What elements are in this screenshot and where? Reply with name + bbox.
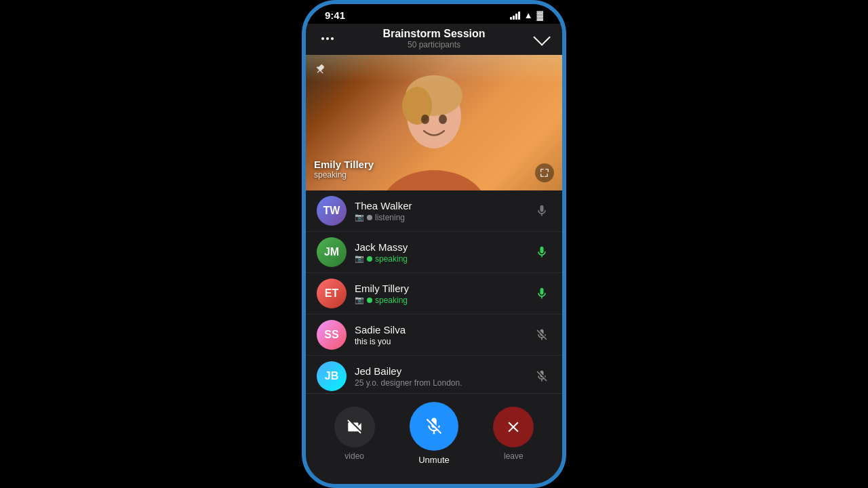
participant-status: 📷 speaking [355, 254, 524, 264]
header-center: Brainstorm Session 50 participants [382, 28, 485, 49]
more-options-button[interactable] [317, 28, 338, 49]
status-dot [367, 298, 372, 303]
video-speaker-label: Emily Tillery speaking [314, 159, 374, 180]
video-speaker-status: speaking [314, 170, 374, 180]
avatar: SS [317, 320, 347, 350]
camera-icon: 📷 [355, 213, 364, 222]
avatar-initials: JB [317, 361, 347, 391]
expand-icon [540, 168, 549, 178]
leave-button[interactable] [493, 407, 534, 447]
mic-button[interactable] [532, 243, 551, 262]
status-icons: ▲ ▓ [510, 10, 543, 20]
mic-icon [535, 204, 549, 218]
session-title: Brainstorm Session [382, 28, 485, 40]
participant-item[interactable]: ET Emily Tillery 📷 speaking [306, 273, 562, 314]
video-button-label: video [344, 451, 364, 461]
mute-button[interactable] [410, 402, 458, 451]
mic-button[interactable] [532, 201, 551, 220]
participant-info: Jed Bailey 25 y.o. designer from London. [355, 365, 524, 388]
camera-icon: 📷 [355, 296, 364, 304]
status-text: listening [375, 213, 405, 222]
mute-button-label: Unmute [418, 455, 450, 465]
collapse-button[interactable] [530, 28, 551, 49]
svg-point-0 [380, 170, 488, 190]
video-bg-ceiling [306, 55, 562, 82]
avatar-initials: ET [317, 279, 347, 308]
status-time: 9:41 [325, 9, 345, 21]
participant-count: 50 participants [382, 40, 485, 49]
close-icon [505, 418, 522, 436]
status-text: speaking [375, 296, 408, 305]
participant-name: Sadie Silva [355, 324, 524, 336]
avatar: TW [317, 196, 347, 226]
participant-name: Thea Walker [355, 200, 524, 211]
pin-icon-container [314, 63, 329, 81]
svg-point-5 [439, 115, 447, 124]
status-bar: 9:41 ▲ ▓ [306, 4, 562, 24]
bottom-controls: video Unmute leave [306, 393, 562, 484]
status-dot [367, 215, 372, 220]
status-dot [367, 256, 372, 262]
participant-info: Thea Walker 📷 listening [355, 200, 524, 222]
status-text: this is you [355, 337, 391, 346]
avatar: ET [317, 279, 347, 308]
battery-icon: ▓ [537, 10, 543, 20]
participant-item[interactable]: JM Jack Massy 📷 speaking [306, 232, 562, 273]
phone-frame: 9:41 ▲ ▓ Brainstorm Session 50 participa… [302, 0, 566, 488]
signal-icon [510, 12, 520, 20]
participants-list: TW Thea Walker 📷 listening JM [306, 190, 562, 393]
control-buttons: video Unmute leave [317, 402, 551, 465]
call-header: Brainstorm Session 50 participants [306, 24, 562, 55]
leave-button-label: leave [504, 451, 524, 461]
avatar: JB [317, 361, 347, 391]
participant-item[interactable]: JB Jed Bailey 25 y.o. designer from Lond… [306, 356, 562, 393]
mic-button[interactable] [532, 325, 551, 344]
avatar: JM [317, 237, 347, 267]
video-controls [535, 163, 554, 182]
participant-item[interactable]: TW Thea Walker 📷 listening [306, 190, 562, 232]
video-control: video [334, 407, 375, 461]
status-text: 25 y.o. designer from London. [355, 378, 462, 388]
mic-muted-large-icon [424, 416, 444, 436]
wifi-icon: ▲ [524, 10, 533, 20]
participant-status: this is you [355, 337, 524, 346]
mic-button[interactable] [532, 367, 551, 386]
svg-point-4 [421, 115, 429, 124]
expand-button[interactable] [535, 163, 554, 182]
camera-icon: 📷 [355, 254, 364, 263]
participant-name: Jed Bailey [355, 365, 524, 377]
video-area: Emily Tillery speaking [306, 55, 562, 190]
mic-button[interactable] [532, 284, 551, 303]
chevron-down-icon [533, 28, 550, 45]
video-off-icon [346, 418, 363, 436]
leave-control: leave [493, 407, 534, 461]
participant-status: 25 y.o. designer from London. [355, 378, 524, 388]
avatar-initials: TW [317, 196, 347, 226]
avatar-initials: JM [317, 237, 347, 267]
status-text: speaking [375, 254, 408, 264]
pin-icon [314, 63, 329, 78]
avatar-initials: SS [317, 320, 347, 350]
participant-info: Jack Massy 📷 speaking [355, 241, 524, 264]
video-speaker-name: Emily Tillery [314, 159, 374, 170]
video-button[interactable] [334, 407, 375, 447]
participant-info: Emily Tillery 📷 speaking [355, 283, 524, 305]
mic-muted-icon [535, 369, 549, 383]
participant-name: Jack Massy [355, 241, 524, 253]
participant-info: Sadie Silva this is you [355, 324, 524, 346]
mute-control: Unmute [410, 402, 458, 465]
participant-item[interactable]: SS Sadie Silva this is you [306, 314, 562, 356]
mic-active-icon [535, 287, 549, 300]
participant-status: 📷 speaking [355, 296, 524, 305]
participant-status: 📷 listening [355, 213, 524, 222]
mic-active-icon [535, 245, 549, 259]
participant-name: Emily Tillery [355, 283, 524, 294]
mic-muted-icon [535, 328, 549, 342]
